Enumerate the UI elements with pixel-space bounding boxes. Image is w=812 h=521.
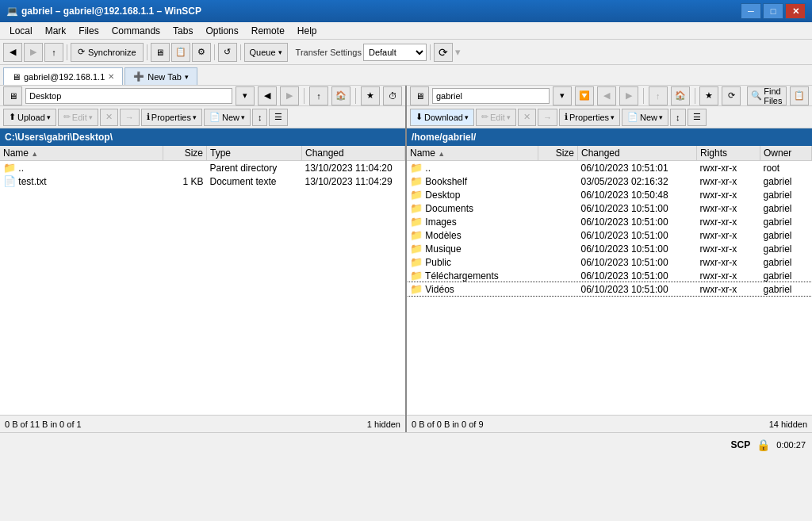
menu-item-commands[interactable]: Commands — [105, 24, 167, 38]
left-nav-forward[interactable]: ▶ — [280, 86, 299, 105]
left-new-button[interactable]: 📄 New ▾ — [204, 109, 251, 126]
right-properties-button[interactable]: ℹ Properties ▾ — [559, 109, 620, 126]
right-col-owner[interactable]: Owner — [760, 146, 812, 161]
menu-item-files[interactable]: Files — [72, 24, 105, 38]
refresh-dropdown[interactable]: ▾ — [455, 46, 461, 58]
table-row[interactable]: 📁 Téléchargements06/10/2023 10:51:00rwxr… — [407, 269, 812, 282]
minimize-button[interactable]: ─ — [741, 3, 761, 19]
left-col-name[interactable]: Name ▲ — [0, 146, 163, 161]
up-button[interactable]: ↑ — [44, 43, 63, 62]
menu-item-remote[interactable]: Remote — [245, 24, 291, 38]
new-dropdown[interactable]: ▾ — [241, 113, 245, 121]
right-address-dropdown[interactable]: ▾ — [553, 86, 572, 105]
file-size-cell — [538, 228, 578, 242]
file-rights-cell: rwxr-xr-x — [697, 215, 760, 228]
left-col-size[interactable]: Size — [163, 146, 207, 161]
file-changed-cell: 06/10/2023 10:51:00 — [578, 242, 697, 255]
back-button[interactable]: ◀ — [3, 43, 22, 62]
transfer-settings-select[interactable]: Default — [363, 44, 427, 61]
upload-dropdown[interactable]: ▾ — [47, 113, 51, 121]
right-refresh[interactable]: ⟳ — [722, 86, 741, 105]
right-col-name[interactable]: Name ▲ — [407, 146, 538, 161]
left-properties-button[interactable]: ℹ Properties ▾ — [141, 109, 202, 126]
right-extra[interactable]: 📋 — [790, 86, 809, 105]
table-row[interactable]: 📁 Documents06/10/2023 10:51:00rwxr-xr-xg… — [407, 201, 812, 215]
table-row[interactable]: 📁 ..Parent directory13/10/2023 11:04:20 — [0, 161, 405, 175]
right-move-button[interactable]: → — [538, 109, 557, 126]
right-address-server-icon: 🖥 — [410, 86, 429, 105]
right-nav-back[interactable]: ◀ — [597, 86, 616, 105]
maximize-button[interactable]: □ — [763, 3, 783, 19]
right-col-rights[interactable]: Rights — [697, 146, 760, 161]
right-edit-button[interactable]: ✏ Edit ▾ — [476, 109, 516, 126]
menu-item-help[interactable]: Help — [291, 24, 324, 38]
right-delete-button[interactable]: ✕ — [518, 109, 536, 126]
right-nav-home[interactable]: 🏠 — [671, 86, 690, 105]
left-bookmarks[interactable]: ★ — [361, 86, 380, 105]
edit-dropdown[interactable]: ▾ — [89, 113, 93, 121]
duplicate-button[interactable]: 📋 — [171, 43, 190, 62]
right-filter-button2[interactable]: ☰ — [688, 109, 707, 126]
table-row[interactable]: 📁 Desktop06/10/2023 10:50:48rwxr-xr-xgab… — [407, 188, 812, 201]
left-filter-button[interactable]: ☰ — [269, 109, 288, 126]
file-owner-cell: gabriel — [760, 269, 812, 282]
session-tab-close[interactable]: ✕ — [108, 72, 114, 81]
right-bookmarks[interactable]: ★ — [699, 86, 718, 105]
menu-item-mark[interactable]: Mark — [39, 24, 73, 38]
table-row[interactable]: 📁 Vidéos06/10/2023 10:51:00rwxr-xr-xgabr… — [407, 282, 812, 296]
file-size-cell — [538, 215, 578, 228]
title-bar: 💻 gabriel – gabriel@192.168.1.1 – WinSCP… — [0, 0, 812, 22]
refresh-left-button[interactable]: ↺ — [218, 43, 237, 62]
table-row[interactable]: 📁 ..06/10/2023 10:51:01rwxr-xr-xroot — [407, 161, 812, 175]
new-tab-dropdown[interactable]: ▾ — [185, 73, 189, 81]
table-row[interactable]: 📁 Bookshelf03/05/2023 02:16:32rwxr-xr-xg… — [407, 174, 812, 188]
left-edit-button[interactable]: ✏ Edit ▾ — [58, 109, 98, 126]
left-delete-button[interactable]: ✕ — [100, 109, 118, 126]
session-tab[interactable]: 🖥 gabriel@192.168.1.1 ✕ — [3, 67, 123, 85]
left-address-input[interactable] — [25, 88, 232, 104]
preferences-button[interactable]: ⚙ — [192, 43, 211, 62]
left-nav-home[interactable]: 🏠 — [331, 86, 350, 105]
right-nav-forward[interactable]: ▶ — [619, 86, 638, 105]
properties-dropdown[interactable]: ▾ — [193, 113, 197, 121]
left-history[interactable]: ⏱ — [383, 86, 402, 105]
right-sort-button[interactable]: ↕ — [670, 109, 686, 126]
table-row[interactable]: 📁 Public06/10/2023 10:51:00rwxr-xr-xgabr… — [407, 255, 812, 269]
right-filter-icon[interactable]: 🔽 — [575, 86, 594, 105]
left-move-button[interactable]: → — [120, 109, 140, 126]
left-sort-button[interactable]: ↕ — [252, 109, 268, 126]
forward-button[interactable]: ▶ — [24, 43, 43, 62]
new-connection-button[interactable]: 🖥 — [151, 43, 170, 62]
right-col-size[interactable]: Size — [538, 146, 578, 161]
left-nav-back[interactable]: ◀ — [258, 86, 277, 105]
left-file-table[interactable]: Name ▲ Size Type Changed — [0, 146, 405, 415]
right-nav-up[interactable]: ↑ — [649, 86, 668, 105]
left-col-type[interactable]: Type — [207, 146, 302, 161]
find-files-button[interactable]: 🔍 Find Files — [747, 86, 787, 105]
right-file-table[interactable]: Name ▲ Size Changed Rights — [407, 146, 812, 415]
folder-icon: 📁 — [410, 162, 423, 174]
new-tab[interactable]: ➕ New Tab ▾ — [124, 67, 197, 85]
table-row[interactable]: 📄 test.txt1 KBDocument texte13/10/2023 1… — [0, 174, 405, 188]
right-col-changed[interactable]: Changed — [578, 146, 697, 161]
refresh-button[interactable]: ⟳ — [434, 43, 453, 62]
left-address-bar: 🖥 ▾ ◀ ▶ ↑ 🏠 ★ ⏱ — [0, 86, 405, 106]
left-nav-up[interactable]: ↑ — [309, 86, 328, 105]
file-changed-cell: 06/10/2023 10:51:00 — [578, 228, 697, 242]
synchronize-button[interactable]: ⟳ Synchronize — [71, 43, 144, 62]
menu-item-local[interactable]: Local — [3, 24, 39, 38]
download-button[interactable]: ⬇ Download ▾ — [410, 109, 474, 126]
left-address-dropdown[interactable]: ▾ — [236, 86, 255, 105]
download-dropdown[interactable]: ▾ — [465, 113, 469, 121]
right-address-input[interactable] — [432, 88, 550, 104]
menu-item-tabs[interactable]: Tabs — [167, 24, 199, 38]
upload-button[interactable]: ⬆ Upload ▾ — [3, 109, 56, 126]
right-new-button[interactable]: 📄 New ▾ — [622, 109, 668, 126]
table-row[interactable]: 📁 Modèles06/10/2023 10:51:00rwxr-xr-xgab… — [407, 228, 812, 242]
queue-button[interactable]: Queue ▾ — [244, 43, 288, 62]
menu-item-options[interactable]: Options — [199, 24, 244, 38]
close-button[interactable]: ✕ — [785, 3, 806, 19]
table-row[interactable]: 📁 Musique06/10/2023 10:51:00rwxr-xr-xgab… — [407, 242, 812, 255]
table-row[interactable]: 📁 Images06/10/2023 10:51:00rwxr-xr-xgabr… — [407, 215, 812, 228]
left-col-changed[interactable]: Changed — [302, 146, 405, 161]
